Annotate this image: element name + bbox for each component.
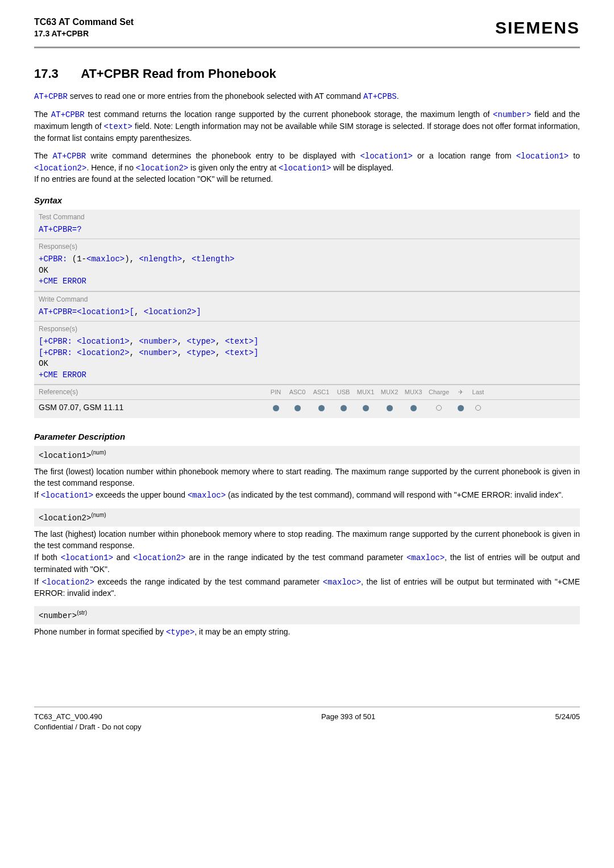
col-mux1: MUX1	[354, 388, 377, 397]
write-response-code: [+CPBR: <location1>, <number>, <type>, <…	[34, 335, 580, 384]
page-footer: TC63_ATC_V00.490 Confidential / Draft - …	[34, 707, 580, 744]
param-link[interactable]: <type>	[166, 628, 194, 637]
dot-icon	[387, 405, 393, 411]
dot-icon	[341, 405, 347, 411]
open-dot-icon	[436, 405, 442, 411]
param-link[interactable]: <number>	[139, 337, 177, 346]
param-link[interactable]: <text>	[104, 122, 132, 131]
col-mux2: MUX2	[377, 388, 401, 397]
param-link[interactable]: <maxloc>	[86, 254, 125, 264]
param-location1-box: <location1>(num)	[34, 446, 580, 464]
dot-icon	[410, 405, 417, 411]
param-link[interactable]: <location1>	[41, 491, 93, 500]
param-desc-heading: Parameter Description	[34, 431, 580, 443]
param-link[interactable]: <tlength>	[192, 254, 235, 264]
col-asc1: ASC1	[309, 388, 333, 397]
dot-icon	[318, 405, 325, 411]
section-number: 17.3	[34, 65, 59, 83]
footer-center: Page 393 of 501	[321, 712, 375, 732]
param2-p3: If <location2> exceeds the range indicat…	[34, 577, 580, 599]
param-number-box: <number>(str)	[34, 606, 580, 624]
param-link[interactable]: <location2>	[136, 164, 188, 173]
cmd-link[interactable]: AT+CPBR	[51, 110, 85, 119]
param-link[interactable]: <location2>	[144, 307, 196, 316]
dot-icon	[458, 405, 464, 411]
test-response-code: +CPBR: (1-<maxloc>), <nlength>, <tlength…	[34, 253, 580, 291]
param2-p1: The last (highest) location number withi…	[34, 529, 580, 551]
col-last: Last	[468, 388, 488, 397]
dot-icon	[273, 405, 279, 411]
param-link[interactable]: <location1>	[279, 164, 331, 173]
dot-icon	[363, 405, 369, 411]
cmd-link[interactable]: AT+CPBS	[363, 92, 397, 101]
test-command-code: AT+CPBR=?	[34, 223, 580, 239]
test-command-label: Test Command	[34, 210, 580, 223]
intro-para-3: The AT+CPBR write command determines the…	[34, 151, 580, 185]
col-mux3: MUX3	[401, 388, 425, 397]
header-left: TC63 AT Command Set 17.3 AT+CPBR	[34, 16, 134, 40]
col-usb: USB	[333, 388, 354, 397]
param-link[interactable]: <maxloc>	[323, 578, 361, 587]
col-airplane: ✈	[453, 388, 468, 397]
param1-p1: The first (lowest) location number withi…	[34, 466, 580, 489]
param-link[interactable]: <location1>	[360, 152, 412, 161]
brand-logo: SIEMENS	[495, 16, 580, 40]
response-label: Response(s)	[34, 322, 580, 335]
param-link[interactable]: <type>	[186, 337, 215, 346]
response-label: Response(s)	[34, 239, 580, 253]
references-label: Reference(s)	[39, 387, 266, 397]
col-pin: PIN	[266, 388, 285, 397]
reference-data-row: GSM 07.07, GSM 11.11	[34, 400, 580, 418]
header-divider	[34, 47, 580, 48]
param-link[interactable]: <maxloc>	[188, 491, 226, 500]
param-link[interactable]: <location2>	[42, 578, 94, 587]
param2-p2: If both <location1> and <location2> are …	[34, 552, 580, 575]
dot-icon	[294, 405, 301, 411]
footer-right: 5/24/05	[555, 712, 580, 732]
param-link[interactable]: <text>	[225, 337, 254, 346]
doc-title: TC63 AT Command Set	[34, 16, 134, 28]
capability-dots	[266, 405, 488, 411]
param-link[interactable]: <location1>	[516, 152, 569, 161]
doc-section: 17.3 AT+CPBR	[34, 28, 134, 40]
param-location2-box: <location2>(num)	[34, 508, 580, 527]
param-link[interactable]: <number>	[493, 110, 531, 119]
param1-p2: If <location1> exceeds the upper bound <…	[34, 490, 580, 502]
col-charge: Charge	[425, 388, 453, 397]
section-heading: 17.3 AT+CPBR Read from Phonebook	[34, 65, 580, 83]
param-link[interactable]: <nlength>	[139, 254, 182, 264]
intro-para-1: AT+CPBR serves to read one or more entri…	[34, 91, 580, 103]
param3-p1: Phone number in format specified by <typ…	[34, 627, 580, 639]
syntax-block: Test Command AT+CPBR=? Response(s) +CPBR…	[34, 210, 580, 418]
param-link[interactable]: <text>	[225, 348, 254, 357]
param-link[interactable]: <maxloc>	[406, 553, 445, 562]
write-command-label: Write Command	[34, 292, 580, 306]
footer-left: TC63_ATC_V00.490 Confidential / Draft - …	[34, 712, 142, 732]
param-link[interactable]: <location2>	[34, 164, 86, 173]
section-title: AT+CPBR Read from Phonebook	[81, 66, 276, 81]
param-link[interactable]: <location1>	[61, 553, 113, 562]
param-link[interactable]: <location2>	[77, 348, 129, 357]
param-link[interactable]: <number>	[139, 348, 177, 357]
open-dot-icon	[475, 405, 481, 411]
syntax-heading: Syntax	[34, 194, 580, 206]
param-link[interactable]: <location1>	[77, 337, 129, 346]
col-asc0: ASC0	[285, 388, 309, 397]
gsm-refs: GSM 07.07, GSM 11.11	[39, 402, 266, 414]
write-command-code: AT+CPBR=<location1>[, <location2>]	[34, 306, 580, 322]
intro-para-2: The AT+CPBR test command returns the loc…	[34, 109, 580, 144]
param-link[interactable]: <location2>	[133, 553, 185, 562]
page-header: TC63 AT Command Set 17.3 AT+CPBR SIEMENS	[34, 0, 580, 44]
cmd-link[interactable]: AT+CPBR	[34, 92, 68, 101]
reference-header-row: Reference(s) PIN ASC0 ASC1 USB MUX1 MUX2…	[34, 385, 580, 399]
cmd-link[interactable]: AT+CPBR	[52, 152, 86, 161]
param-link[interactable]: <type>	[186, 348, 215, 357]
param-link[interactable]: <location1>	[77, 307, 129, 316]
capability-columns: PIN ASC0 ASC1 USB MUX1 MUX2 MUX3 Charge …	[266, 388, 488, 397]
